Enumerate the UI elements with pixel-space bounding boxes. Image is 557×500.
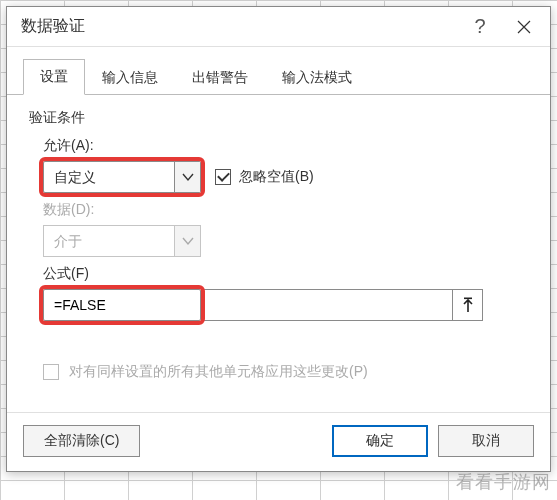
help-icon: ? — [474, 15, 485, 38]
data-label: 数据(D): — [43, 201, 528, 219]
dialog-content: 验证条件 允许(A): 自定义 忽略空值(B) 数据(D): 介于 — [7, 95, 550, 412]
tab-label: 输入信息 — [102, 69, 158, 85]
dialog-titlebar: 数据验证 ? — [7, 7, 550, 47]
svg-rect-0 — [464, 298, 472, 300]
tab-settings[interactable]: 设置 — [23, 59, 85, 95]
ignore-blank-checkbox[interactable] — [215, 169, 231, 185]
chevron-down-icon — [182, 236, 194, 246]
dialog-footer: 全部清除(C) 确定 取消 — [7, 412, 550, 471]
ignore-blank-checkbox-row[interactable]: 忽略空值(B) — [215, 168, 314, 186]
help-button[interactable]: ? — [458, 7, 502, 47]
data-validation-dialog: 数据验证 ? 设置 输入信息 出错警告 输入法模式 验证条件 允许(A): 自定… — [6, 6, 551, 472]
clear-all-button[interactable]: 全部清除(C) — [23, 425, 140, 457]
range-picker-icon — [461, 297, 475, 313]
ignore-blank-label: 忽略空值(B) — [239, 168, 314, 186]
tab-label: 输入法模式 — [282, 69, 352, 85]
tab-error-alert[interactable]: 出错警告 — [175, 60, 265, 95]
allow-dropdown-button[interactable] — [174, 162, 200, 192]
ok-button[interactable]: 确定 — [332, 425, 428, 457]
button-label: 全部清除(C) — [44, 432, 119, 450]
chevron-down-icon — [182, 172, 194, 182]
criteria-section-title: 验证条件 — [29, 109, 528, 127]
button-label: 取消 — [472, 432, 500, 450]
apply-all-label: 对有同样设置的所有其他单元格应用这些更改(P) — [69, 363, 368, 381]
data-dropdown-button — [174, 226, 200, 256]
button-label: 确定 — [366, 432, 394, 450]
apply-all-row: 对有同样设置的所有其他单元格应用这些更改(P) — [43, 363, 528, 381]
range-picker-button[interactable] — [453, 289, 483, 321]
tab-label: 设置 — [40, 68, 68, 84]
data-dropdown-value: 介于 — [44, 226, 174, 256]
data-dropdown: 介于 — [43, 225, 201, 257]
formula-label: 公式(F) — [43, 265, 528, 283]
tab-input-message[interactable]: 输入信息 — [85, 60, 175, 95]
close-icon — [517, 20, 531, 34]
allow-dropdown-value: 自定义 — [44, 162, 174, 192]
apply-all-checkbox — [43, 364, 59, 380]
dialog-title: 数据验证 — [21, 16, 458, 37]
tab-label: 出错警告 — [192, 69, 248, 85]
cancel-button[interactable]: 取消 — [438, 425, 534, 457]
tab-ime-mode[interactable]: 输入法模式 — [265, 60, 369, 95]
dialog-tabs: 设置 输入信息 出错警告 输入法模式 — [7, 47, 550, 95]
formula-input[interactable] — [43, 289, 201, 321]
allow-dropdown[interactable]: 自定义 — [43, 161, 201, 193]
allow-label: 允许(A): — [43, 137, 528, 155]
close-button[interactable] — [502, 7, 546, 47]
formula-input-extension[interactable] — [201, 289, 453, 321]
